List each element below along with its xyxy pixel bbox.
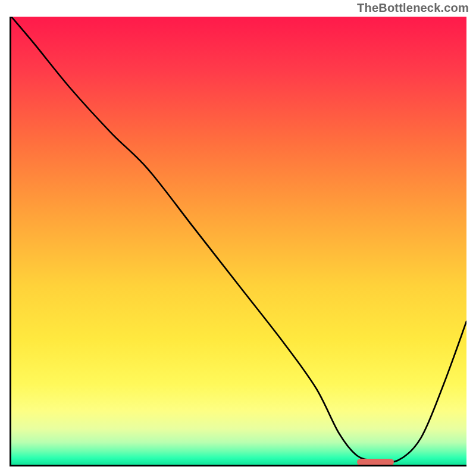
brand-watermark: TheBottleneck.com — [357, 1, 469, 15]
plot-area — [10, 17, 466, 466]
curve-path — [11, 17, 466, 462]
bottleneck-curve — [11, 17, 466, 465]
optimal-range-marker — [357, 459, 393, 465]
chart-container: TheBottleneck.com — [0, 0, 476, 476]
